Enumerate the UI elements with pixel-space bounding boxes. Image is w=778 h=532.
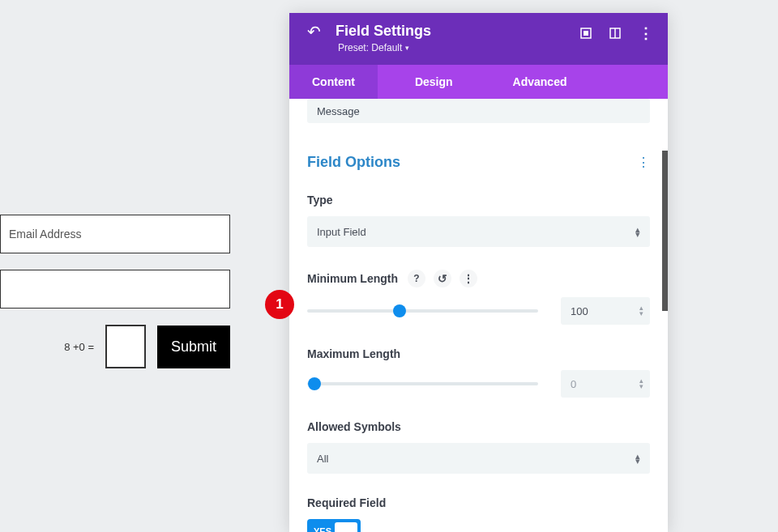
type-value: Input Field [317, 226, 366, 238]
maxlength-label: Maximum Length [307, 347, 650, 360]
minlength-value: 100 [571, 305, 588, 317]
maxlength-value: 0 [571, 378, 576, 390]
panel-menu-icon[interactable]: ⋮ [639, 24, 653, 42]
toggle-knob [335, 522, 357, 532]
tab-content[interactable]: Content [289, 65, 378, 99]
tab-advanced-label: Advanced [513, 75, 567, 88]
email-placeholder: Email Address [9, 228, 81, 240]
expand-icon[interactable] [580, 28, 592, 39]
minlength-input[interactable]: 100 ▴▾ [561, 297, 650, 325]
blank-field[interactable] [0, 270, 230, 309]
columns-icon[interactable] [609, 28, 621, 39]
reset-icon[interactable]: ↺ [434, 270, 451, 287]
tab-content-label: Content [312, 75, 355, 88]
help-icon[interactable]: ? [408, 270, 425, 287]
back-arrow-icon[interactable]: ↶ [307, 23, 321, 40]
select-caret-icon: ▴▾ [635, 453, 640, 463]
annotation-number: 1 [276, 296, 283, 313]
stepper-icon[interactable]: ▴▾ [639, 305, 643, 317]
required-toggle[interactable]: YES [307, 519, 361, 532]
scrollbar-thumb[interactable] [662, 151, 668, 311]
allowed-symbols-select[interactable]: All ▴▾ [307, 443, 650, 474]
stepper-icon[interactable]: ▴▾ [639, 378, 643, 389]
maxlength-input[interactable]: 0 ▴▾ [561, 370, 650, 398]
accordion-item-label: Message [317, 105, 360, 117]
minlength-slider-thumb[interactable] [393, 304, 406, 317]
tab-advanced[interactable]: Advanced [490, 65, 590, 99]
option-menu-icon[interactable]: ⋮ [460, 270, 477, 287]
minlength-slider[interactable] [307, 309, 538, 313]
maxlength-slider-thumb[interactable] [308, 377, 321, 390]
type-label: Type [307, 194, 650, 206]
email-field[interactable]: Email Address [0, 215, 230, 253]
captcha-input[interactable] [105, 325, 146, 368]
panel-body: Message Field Options ⋮ Type Input Field… [289, 99, 668, 532]
captcha-label: 8 +0 = [64, 341, 94, 353]
preset-selector[interactable]: Preset: Default ▾ [338, 42, 650, 53]
accordion-item-message[interactable]: Message [307, 99, 650, 123]
section-title: Field Options [307, 154, 400, 171]
field-settings-panel: ↶ Field Settings Preset: Default ▾ ⋮ Con… [289, 13, 668, 532]
panel-title: Field Settings [336, 23, 431, 40]
select-caret-icon: ▴▾ [635, 227, 640, 236]
chevron-down-icon: ▾ [405, 44, 409, 52]
maxlength-slider[interactable] [307, 382, 538, 385]
submit-label: Submit [171, 338, 216, 355]
field-options-section: Field Options ⋮ Type Input Field ▴▾ Mini… [289, 154, 668, 532]
svg-rect-1 [584, 31, 588, 36]
required-label: Required Field [307, 496, 650, 509]
panel-header: ↶ Field Settings Preset: Default ▾ ⋮ [289, 13, 668, 65]
preset-label: Preset: Default [338, 42, 402, 53]
annotation-badge-1: 1 [265, 290, 294, 319]
tab-design[interactable]: Design [378, 65, 490, 99]
minlength-label: Minimum Length [307, 272, 398, 285]
tab-design-label: Design [415, 75, 453, 88]
required-state-label: YES [314, 526, 331, 532]
allowed-symbols-label: Allowed Symbols [307, 420, 650, 433]
panel-tabs: Content Design Advanced [289, 65, 668, 99]
submit-button[interactable]: Submit [157, 326, 230, 368]
type-select[interactable]: Input Field ▴▾ [307, 216, 650, 247]
allowed-symbols-value: All [317, 453, 328, 465]
section-menu-icon[interactable]: ⋮ [637, 155, 650, 170]
background-form: Email Address 8 +0 = Submit [0, 215, 238, 368]
